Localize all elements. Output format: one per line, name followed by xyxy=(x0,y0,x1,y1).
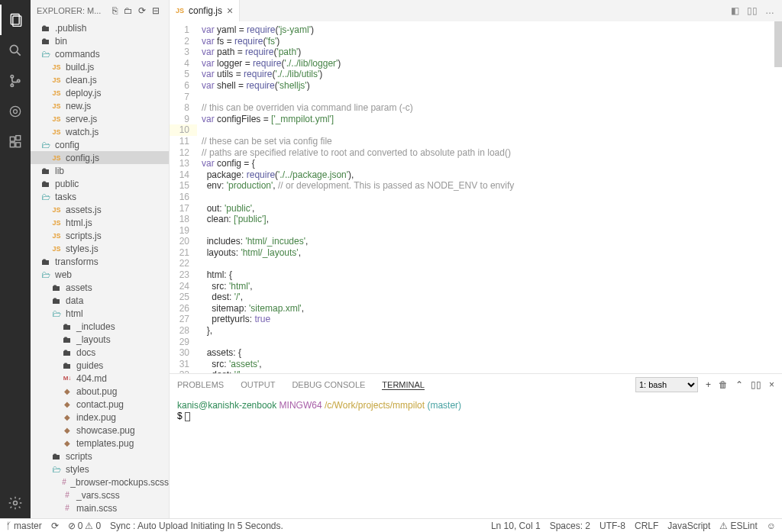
tree-item[interactable]: JSassets.js xyxy=(31,203,169,216)
problems-status[interactable]: ⊘ 0 ⚠ 0 xyxy=(68,521,101,531)
settings-gear-icon[interactable] xyxy=(0,488,31,518)
svg-rect-9 xyxy=(10,137,15,141)
tree-item[interactable]: 🗁config xyxy=(31,138,169,151)
editor-area: JS config.js × ◧ ▯▯ … 1 2 3 4 5 6 7 8 9 … xyxy=(170,0,782,518)
sync-status[interactable]: ⟳ xyxy=(51,521,59,531)
terminal-select[interactable]: 1: bash xyxy=(635,377,698,392)
language-status[interactable]: JavaScript xyxy=(667,521,710,531)
new-file-icon[interactable]: ⎘ xyxy=(108,4,121,18)
editor-tabs: JS config.js × ◧ ▯▯ … xyxy=(170,0,782,21)
sidebar-title: EXPLORER: M... xyxy=(37,6,108,15)
term-user: kanis@kanishk-zenbook xyxy=(177,400,276,411)
js-icon: JS xyxy=(176,7,184,15)
editor-tab[interactable]: JS config.js × xyxy=(170,0,240,21)
tree-item[interactable]: 🖿guides xyxy=(31,359,169,372)
refresh-icon[interactable]: ⟳ xyxy=(135,4,149,18)
tree-item[interactable]: JSserve.js xyxy=(31,112,169,125)
tree-item[interactable]: JShtml.js xyxy=(31,216,169,229)
term-prompt: $ xyxy=(177,411,183,421)
tree-item[interactable]: 🖿bin xyxy=(31,34,169,47)
debug-icon[interactable] xyxy=(0,96,31,127)
tree-item[interactable]: ◆index.pug xyxy=(31,411,169,424)
tree-item[interactable]: #_vars.scss xyxy=(31,488,169,501)
new-terminal-icon[interactable]: + xyxy=(706,379,711,390)
tree-item[interactable]: ◆showcase.pug xyxy=(31,424,169,437)
code-editor[interactable]: 1 2 3 4 5 6 7 8 9 10 11 12 13 14 15 16 1… xyxy=(170,21,782,373)
svg-point-4 xyxy=(11,76,13,78)
explorer-icon[interactable] xyxy=(0,5,31,35)
svg-point-2 xyxy=(10,45,18,53)
split-editor-icon[interactable]: ▯▯ xyxy=(747,5,758,16)
close-panel-icon[interactable]: × xyxy=(769,379,774,390)
sidebar-header: EXPLORER: M... ⎘ 🗀 ⟳ ⊟ xyxy=(31,0,169,21)
svg-point-13 xyxy=(14,501,18,505)
tree-item[interactable]: JSclean.js xyxy=(31,73,169,86)
search-icon[interactable] xyxy=(0,35,31,66)
svg-point-6 xyxy=(18,79,20,82)
tree-item[interactable]: JSconfig.js xyxy=(31,151,169,164)
panel-tabs: PROBLEMS OUTPUT DEBUG CONSOLE TERMINAL 1… xyxy=(170,374,782,395)
split-terminal-icon[interactable]: ▯▯ xyxy=(751,379,761,390)
tree-item[interactable]: 🖿.publish xyxy=(31,21,169,34)
code-content[interactable]: var yaml = require('js-yaml') var fs = r… xyxy=(197,21,782,373)
tree-item[interactable]: 🗁tasks xyxy=(31,190,169,203)
tree-item[interactable]: 🖿docs xyxy=(31,346,169,359)
sync-message: Sync : Auto Upload Initiating In 5 Secon… xyxy=(110,521,283,531)
extensions-icon[interactable] xyxy=(0,127,31,157)
tree-item[interactable]: 🖿scripts xyxy=(31,450,169,463)
tree-item[interactable]: #_browser-mockups.scss xyxy=(31,476,169,488)
tree-item[interactable]: 🖿assets xyxy=(31,281,169,294)
tree-item[interactable]: 🗁commands xyxy=(31,47,169,60)
close-icon[interactable]: × xyxy=(227,5,233,16)
branch-status[interactable]: ᚶ master xyxy=(6,521,42,531)
feedback-icon[interactable]: ☺ xyxy=(767,521,776,531)
maximize-panel-icon[interactable]: ⌃ xyxy=(735,379,743,390)
spaces-status[interactable]: Spaces: 2 xyxy=(550,521,590,531)
tree-item[interactable]: M↓404.md xyxy=(31,372,169,385)
eslint-status[interactable]: ⚠ ESLint xyxy=(719,521,757,531)
file-tree: 🖿.publish🖿bin🗁commandsJSbuild.jsJSclean.… xyxy=(31,21,169,518)
tree-item[interactable]: 🖿public xyxy=(31,177,169,190)
explorer-sidebar: EXPLORER: M... ⎘ 🗀 ⟳ ⊟ 🖿.publish🖿bin🗁com… xyxy=(31,0,170,518)
tree-item[interactable]: 🗁styles xyxy=(31,463,169,476)
term-sys: MINGW64 xyxy=(280,400,322,411)
tree-item[interactable]: 🖿lib xyxy=(31,164,169,177)
tree-item[interactable]: 🖿data xyxy=(31,294,169,307)
status-bar: ᚶ master ⟳ ⊘ 0 ⚠ 0 Sync : Auto Upload In… xyxy=(0,518,782,532)
panel-tab-output[interactable]: OUTPUT xyxy=(241,380,275,389)
tree-item[interactable]: 🗁html xyxy=(31,307,169,320)
kill-terminal-icon[interactable]: 🗑 xyxy=(719,379,728,390)
tree-item[interactable]: ◆about.pug xyxy=(31,385,169,398)
bottom-panel: PROBLEMS OUTPUT DEBUG CONSOLE TERMINAL 1… xyxy=(170,373,782,518)
term-branch: (master) xyxy=(427,400,461,411)
tree-item[interactable]: JSnew.js xyxy=(31,99,169,112)
panel-tab-problems[interactable]: PROBLEMS xyxy=(177,380,224,389)
tree-item[interactable]: 🖿transforms xyxy=(31,255,169,268)
source-control-icon[interactable] xyxy=(0,66,31,96)
tree-item[interactable]: 🖿_layouts xyxy=(31,333,169,346)
tree-item[interactable]: JSbuild.js xyxy=(31,60,169,73)
line-col-status[interactable]: Ln 10, Col 1 xyxy=(491,521,541,531)
tree-item[interactable]: JSdeploy.js xyxy=(31,86,169,99)
svg-rect-11 xyxy=(16,143,21,147)
tree-item[interactable]: JSstyles.js xyxy=(31,242,169,255)
collapse-all-icon[interactable]: ⊟ xyxy=(149,4,163,18)
svg-point-7 xyxy=(10,106,20,116)
more-actions-icon[interactable]: … xyxy=(765,5,774,16)
svg-rect-12 xyxy=(16,136,21,140)
panel-tab-terminal[interactable]: TERMINAL xyxy=(382,380,425,390)
tree-item[interactable]: ◆templates.pug xyxy=(31,437,169,450)
terminal-body[interactable]: kanis@kanishk-zenbook MINGW64 /c/Work/pr… xyxy=(170,395,782,518)
encoding-status[interactable]: UTF-8 xyxy=(599,521,625,531)
tree-item[interactable]: ◆contact.pug xyxy=(31,398,169,411)
new-folder-icon[interactable]: 🗀 xyxy=(121,4,135,18)
compare-changes-icon[interactable]: ◧ xyxy=(731,5,739,16)
eol-status[interactable]: CRLF xyxy=(635,521,658,531)
tree-item[interactable]: JSwatch.js xyxy=(31,125,169,138)
tree-item[interactable]: #main.scss xyxy=(31,501,169,514)
svg-rect-10 xyxy=(10,143,15,147)
tree-item[interactable]: JSscripts.js xyxy=(31,229,169,242)
tree-item[interactable]: 🗁web xyxy=(31,268,169,281)
tree-item[interactable]: 🖿_includes xyxy=(31,320,169,333)
panel-tab-debug-console[interactable]: DEBUG CONSOLE xyxy=(292,380,365,389)
